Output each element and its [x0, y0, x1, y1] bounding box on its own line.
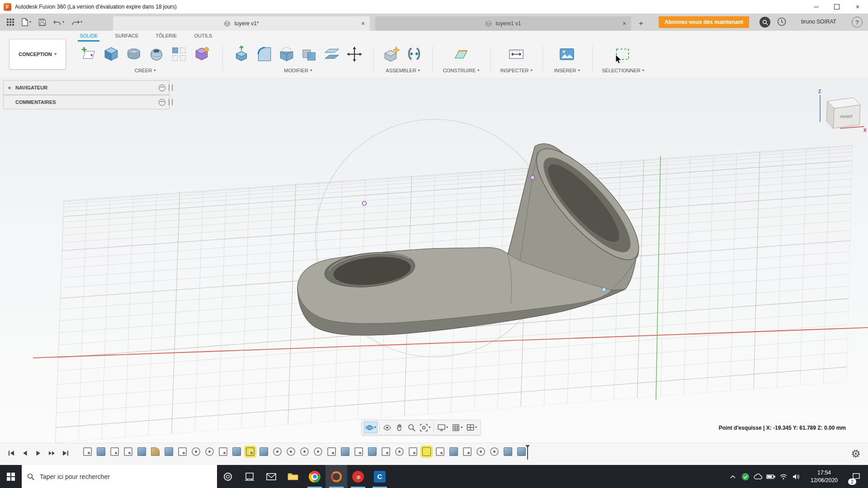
sketch-point[interactable]: [531, 176, 535, 180]
taskbar-mail[interactable]: [260, 465, 282, 488]
redo-button[interactable]: ▾: [69, 17, 85, 28]
dropdown-construire[interactable]: CONSTRUIRE ▾: [443, 68, 480, 73]
start-button[interactable]: [0, 465, 22, 488]
tab-surface[interactable]: SURFACE: [113, 31, 140, 42]
timeline-feature-sketch[interactable]: [327, 447, 336, 456]
panel-grip[interactable]: [169, 84, 173, 91]
timeline-feature-hole[interactable]: [287, 447, 295, 456]
dropdown-modifier[interactable]: MODIFIER ▾: [284, 68, 312, 73]
help-icon[interactable]: ?: [852, 17, 863, 28]
display-settings-button[interactable]: ▾: [436, 422, 449, 433]
timeline-feature-solid[interactable]: [137, 447, 146, 456]
tab-tolerie[interactable]: TÔLERIE: [154, 31, 179, 42]
timeline-feature-hole[interactable]: [205, 447, 214, 456]
timeline-step-forward-button[interactable]: [47, 448, 57, 459]
tray-show-hidden-icon[interactable]: [727, 465, 739, 488]
timeline-feature-sketch[interactable]: [354, 447, 363, 456]
sketch-point[interactable]: [602, 288, 606, 292]
timeline-feature-sketch[interactable]: [409, 447, 417, 456]
timeline-feature-solid[interactable]: [259, 447, 268, 456]
press-pull-button[interactable]: [231, 43, 251, 66]
model-tuyere[interactable]: [297, 135, 654, 335]
search-input[interactable]: [39, 473, 212, 481]
timeline-step-back-button[interactable]: [20, 448, 30, 459]
timeline-play-button[interactable]: [33, 448, 43, 459]
tab-outils[interactable]: OUTILS: [192, 31, 214, 42]
create-pipe-button[interactable]: [124, 43, 144, 66]
measure-button[interactable]: [506, 43, 526, 66]
tab-close-icon[interactable]: ×: [359, 20, 367, 27]
taskbar-task-view[interactable]: [239, 465, 260, 488]
combine-button[interactable]: [299, 43, 319, 66]
tray-security-icon[interactable]: [740, 465, 751, 488]
joint-button[interactable]: [404, 43, 424, 66]
dropdown-creer[interactable]: CRÉER ▾: [135, 68, 156, 73]
timeline-feature-sketch[interactable]: [463, 447, 472, 456]
dropdown-inspecter[interactable]: INSPECTER ▾: [500, 68, 533, 73]
taskbar-search[interactable]: [22, 465, 217, 488]
action-center-button[interactable]: 2: [846, 465, 866, 488]
tray-battery-icon[interactable]: [765, 465, 777, 488]
job-status-icon[interactable]: [760, 17, 770, 28]
taskbar-file-explorer[interactable]: [282, 465, 304, 488]
timeline-feature-hole[interactable]: [395, 447, 404, 456]
timeline-feature-hole[interactable]: [314, 447, 322, 456]
create-sphere-button[interactable]: [146, 43, 166, 66]
shell-button[interactable]: [277, 43, 297, 66]
new-tab-button[interactable]: +: [636, 18, 646, 29]
timeline-feature-hole[interactable]: [273, 447, 282, 456]
timeline-feature-hole[interactable]: [300, 447, 309, 456]
timeline-feature-solid[interactable]: [517, 447, 526, 456]
grid-snaps-button[interactable]: ▾: [450, 422, 464, 433]
timeline-feature-solid[interactable]: [449, 447, 458, 456]
create-form-button[interactable]: [192, 43, 212, 66]
dropdown-assembler[interactable]: ASSEMBLER ▾: [386, 68, 420, 73]
fillet-button[interactable]: [254, 43, 274, 66]
subscribe-button[interactable]: Abonnez-vous dès maintenant: [659, 16, 749, 28]
undo-button[interactable]: ▾: [51, 17, 66, 28]
tray-network-icon[interactable]: [778, 465, 789, 488]
viewport-canvas[interactable]: [0, 78, 868, 443]
dropdown-selectionner[interactable]: SÉLECTIONNER ▾: [602, 68, 644, 73]
create-box-button[interactable]: [101, 43, 121, 66]
panel-navigateur[interactable]: « NAVIGATEUR: [3, 80, 170, 95]
document-tab-inactive[interactable]: tuyere1 v1 ×: [375, 16, 631, 31]
timeline-feature-hole[interactable]: [476, 447, 485, 456]
timeline-feature-hole[interactable]: [192, 447, 200, 456]
timeline-feature-solid[interactable]: [422, 447, 431, 456]
tab-close-icon[interactable]: ×: [620, 20, 628, 27]
maximize-button[interactable]: [826, 0, 847, 14]
timeline-feature-solid[interactable]: [165, 447, 173, 456]
pan-button[interactable]: [394, 422, 405, 433]
save-button[interactable]: [36, 17, 48, 28]
timeline-feature-sketch[interactable]: [246, 447, 255, 456]
timeline-feature-sketch[interactable]: [436, 447, 444, 456]
offset-face-button[interactable]: [322, 43, 342, 66]
taskbar-chrome[interactable]: [304, 465, 326, 488]
dropdown-inserer[interactable]: INSÉRER ▾: [554, 68, 580, 73]
taskbar-fusion360[interactable]: [326, 465, 347, 488]
timeline-feature-solid[interactable]: [504, 447, 512, 456]
document-tab-active[interactable]: tuyere v1* ×: [113, 16, 370, 31]
timeline-skip-end-button[interactable]: [61, 448, 71, 459]
app-grid-icon[interactable]: [5, 17, 16, 28]
sketch-point[interactable]: [363, 202, 367, 206]
tab-solide[interactable]: SOLIDE: [78, 31, 99, 42]
create-pattern-button[interactable]: [169, 43, 189, 66]
panel-minimize-icon[interactable]: [159, 84, 165, 91]
timeline-skip-start-button[interactable]: [6, 448, 16, 459]
orbit-button[interactable]: ▾: [364, 422, 377, 433]
panel-minimize-icon[interactable]: [159, 99, 165, 106]
move-copy-button[interactable]: [344, 43, 364, 66]
zoom-button[interactable]: [406, 422, 417, 433]
fit-button[interactable]: ▾: [418, 422, 432, 433]
timeline-settings-gear-icon[interactable]: [851, 449, 861, 460]
tray-volume-icon[interactable]: [790, 465, 802, 488]
timeline-feature-sketch[interactable]: [382, 447, 390, 456]
taskbar-app-red[interactable]: :p: [347, 465, 369, 488]
timeline-feature-solid[interactable]: [97, 447, 105, 456]
insert-canvas-button[interactable]: [557, 43, 577, 66]
panel-grip[interactable]: [169, 99, 173, 105]
tray-onedrive-icon[interactable]: [752, 465, 764, 488]
timeline-feature-sketch[interactable]: [124, 447, 132, 456]
